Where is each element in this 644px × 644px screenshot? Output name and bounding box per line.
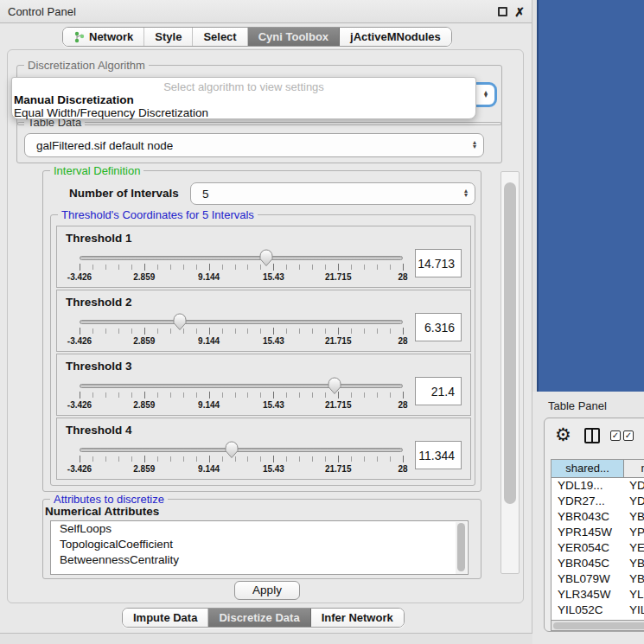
slider-track (80, 448, 403, 452)
apply-button[interactable]: Apply (234, 581, 300, 600)
list-item-topologicalcoefficient[interactable]: TopologicalCoefficient (51, 537, 468, 552)
combo-stepper-icon: ▴▾ (473, 141, 476, 149)
table-horizontal-scrollbar-thumb[interactable] (553, 622, 644, 629)
slider-scale-labels: -3.426 2.859 9.144 15.43 21.715 28 (80, 464, 403, 475)
cyni-toolbox-panel: Discretization Algorithm ▴▾ Select algor… (7, 49, 524, 603)
tab-cyni-toolbox[interactable]: Cyni Toolbox (248, 28, 340, 46)
table-data-combobox[interactable]: galFiltered.sif default node ▴▾ (24, 133, 484, 157)
slider-minor-ticks (80, 456, 403, 462)
screen: Control Panel ✗ Network Style Select (0, 0, 644, 644)
node-attribute-table: shared... na YDL19...YDL1 YDR27...YDR2 Y… (551, 459, 644, 620)
slider-minor-ticks (80, 392, 403, 398)
combo-stepper-icon: ▴▾ (484, 91, 488, 99)
table-row[interactable]: YBR045CYBR0 (552, 556, 644, 571)
numerical-attributes-list: SelfLoops TopologicalCoefficient Between… (50, 520, 469, 575)
combo-stepper-icon: ▴▾ (464, 189, 468, 197)
control-panel-window: Control Panel ✗ Network Style Select (0, 0, 532, 634)
threshold-1-value-input[interactable] (415, 249, 462, 277)
threshold-3-slider-thumb[interactable] (328, 377, 342, 395)
column-header-shared-name[interactable]: shared... (552, 460, 624, 477)
tab-impute-data-label: Impute Data (133, 611, 197, 624)
threshold-3-value-input[interactable] (415, 377, 462, 405)
attributes-group: Attributes to discretize Numerical Attri… (42, 499, 481, 579)
float-window-icon[interactable] (498, 7, 507, 16)
threshold-1-slider-thumb[interactable] (258, 249, 273, 267)
table-panel-title: Table Panel (548, 399, 607, 412)
attributes-list-scrollbar[interactable] (456, 522, 467, 574)
discretization-algorithm-group-title: Discretization Algorithm (24, 59, 149, 72)
table-row[interactable]: YBL079WYBL0 (552, 571, 644, 587)
control-panel-tabbar: Network Style Select Cyni Toolbox jActiv… (62, 27, 452, 47)
table-header-row: shared... na (552, 460, 644, 478)
tab-select-label: Select (203, 30, 236, 43)
threshold-3-label: Threshold 3 (66, 360, 132, 373)
network-tab-icon (73, 31, 85, 43)
list-item-betweennesscentrality[interactable]: BetweennessCentrality (51, 552, 468, 568)
slider-scale-labels: -3.426 2.859 9.144 15.43 21.715 28 (80, 272, 403, 284)
tab-network[interactable]: Network (63, 28, 144, 46)
checkbox-icon[interactable]: ✓ (623, 430, 634, 441)
tab-select[interactable]: Select (193, 28, 247, 46)
threshold-1-label: Threshold 1 (66, 232, 132, 245)
tab-discretize-data-label: Discretize Data (219, 611, 299, 624)
table-row[interactable]: YLR345WYLR3 (552, 587, 644, 603)
close-icon[interactable]: ✗ (514, 5, 525, 19)
slider-scale-labels: -3.426 2.859 9.144 15.43 21.715 28 (80, 400, 403, 411)
table-row[interactable]: YDL19...YDL1 (552, 478, 644, 494)
threshold-1-slider[interactable]: -3.426 2.859 9.144 15.43 21.715 28 (80, 247, 403, 287)
slider-track (80, 320, 403, 324)
threshold-4-label: Threshold 4 (66, 424, 132, 437)
table-panel: ⚙ ✓ ✓ shared... na YDL19...YDL1 YDR27...… (544, 418, 644, 632)
threshold-2-label: Threshold 2 (66, 296, 132, 309)
tab-style[interactable]: Style (144, 28, 193, 46)
panel-scrollbar[interactable] (501, 171, 520, 574)
interval-definition-group: Interval Definition Number of Intervals … (42, 170, 481, 492)
tab-jactivemnodules-label: jActiveMNodules (350, 30, 441, 43)
threshold-2-value-input[interactable] (415, 313, 462, 341)
threshold-4-slider[interactable]: -3.426 2.859 9.144 15.43 21.715 28 (80, 439, 403, 479)
panel-scrollbar-thumb[interactable] (504, 182, 516, 504)
threshold-2-panel: Threshold 2 -3.426 (56, 290, 471, 352)
threshold-2-slider-thumb[interactable] (172, 313, 187, 331)
table-panel-section: Table Panel ⚙ ✓ ✓ shared... na YDL19...Y… (532, 392, 644, 644)
cyni-bottom-tabbar: Impute Data Discretize Data Infer Networ… (122, 608, 405, 628)
number-of-intervals-value: 5 (191, 188, 209, 201)
table-horizontal-scrollbar[interactable] (551, 620, 644, 631)
threshold-4-value-input[interactable] (415, 441, 462, 469)
table-row[interactable]: YPR145WYPR1 (552, 525, 644, 540)
list-item-selfloops[interactable]: SelfLoops (51, 521, 468, 537)
table-data-combobox-value: galFiltered.sif default node (25, 139, 173, 152)
menu-item-equal-width-frequency[interactable]: Equal Width/Frequency Discretization (12, 106, 475, 119)
table-row[interactable]: YDR27...YDR2 (552, 494, 644, 509)
gear-icon[interactable]: ⚙ (555, 424, 571, 445)
threshold-4-slider-thumb[interactable] (224, 441, 239, 459)
algorithm-dropdown-hint: Select algorithm to view settings (12, 80, 475, 93)
split-columns-icon[interactable] (584, 428, 600, 443)
menu-item-manual-discretization[interactable]: Manual Discretization (12, 93, 475, 106)
tab-network-label: Network (89, 30, 133, 43)
tab-style-label: Style (155, 30, 182, 43)
slider-scale-labels: -3.426 2.859 9.144 15.43 21.715 28 (80, 336, 403, 348)
control-panel-title: Control Panel (8, 5, 76, 18)
checkbox-icon[interactable]: ✓ (610, 430, 621, 441)
table-panel-toolbar: ⚙ ✓ ✓ (545, 418, 644, 456)
column-header-name[interactable]: na (624, 460, 644, 477)
threshold-4-panel: Threshold 4 -3.426 (56, 418, 471, 480)
tab-infer-network-label: Infer Network (322, 611, 393, 624)
number-of-intervals-label: Number of Intervals (69, 187, 179, 200)
tab-discretize-data[interactable]: Discretize Data (208, 609, 310, 627)
table-row[interactable]: YBR043CYBR0 (552, 509, 644, 525)
table-row[interactable]: YIL052CYIL0 (552, 603, 644, 618)
threshold-2-slider[interactable]: -3.426 2.859 9.144 15.43 21.715 28 (80, 311, 403, 351)
tab-jactivemnodules[interactable]: jActiveMNodules (340, 28, 451, 46)
threshold-3-slider[interactable]: -3.426 2.859 9.144 15.43 21.715 28 (80, 375, 403, 415)
slider-track (80, 256, 403, 260)
threshold-1-panel: Threshold 1 -3.426 (56, 226, 471, 288)
tab-infer-network[interactable]: Infer Network (311, 609, 404, 627)
number-of-intervals-combobox[interactable]: 5 ▴▾ (190, 182, 475, 205)
numerical-attributes-label: Numerical Attributes (45, 505, 159, 518)
table-row[interactable]: YER054CYER0 (552, 540, 644, 556)
tab-impute-data[interactable]: Impute Data (123, 609, 208, 627)
network-desktop-background: GAL80 GA C GAL11 GAL4 GCY1 H HAP2 (537, 0, 644, 392)
thresholds-group: Threshold's Coordinates for 5 Intervals … (50, 214, 475, 486)
